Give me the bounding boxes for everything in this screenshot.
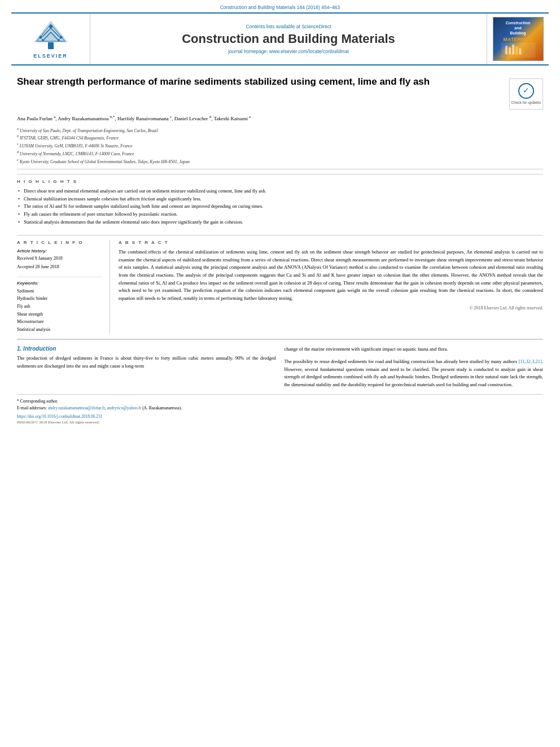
article-history: Article history: Received 9 January 2018… xyxy=(17,248,103,271)
svg-rect-17 xyxy=(515,47,518,55)
accepted-date: Accepted 28 June 2018 xyxy=(17,264,103,271)
journal-citation-bar: Construction and Building Materials 184 … xyxy=(0,0,560,12)
check-updates-label: Check for updates xyxy=(511,101,541,105)
keyword-4: Shear strength xyxy=(17,311,103,318)
check-updates-icon: ✓ xyxy=(518,83,534,99)
highlight-item-4: Fly ash causes the refinement of pore st… xyxy=(17,211,543,219)
article-title-section: Shear strength performance of marine sed… xyxy=(17,71,543,110)
elsevier-tree-icon xyxy=(28,20,73,51)
svg-point-10 xyxy=(42,39,44,41)
body-left-col: 1. Introduction The production of dredge… xyxy=(17,346,276,388)
body-section: 1. Introduction The production of dredge… xyxy=(17,339,543,388)
highlights-heading: H I G H L I G H T S xyxy=(17,179,543,184)
keyword-3: Fly ash xyxy=(17,303,103,311)
svg-rect-16 xyxy=(512,45,514,55)
highlights-list: Direct shear test and mineral elemental … xyxy=(17,187,543,226)
keyword-2: Hydraulic binder xyxy=(17,295,103,303)
ref-link[interactable]: [11,32,3,21] xyxy=(518,359,541,364)
issn-line: 0950-0618/© 2018 Elsevier Ltd. All right… xyxy=(17,420,543,425)
journal-homepage: journal homepage: www.elsevier.com/locat… xyxy=(228,49,349,54)
article-content: Shear strength performance of marine sed… xyxy=(17,65,543,430)
svg-rect-14 xyxy=(505,46,508,54)
highlights-section: H I G H L I G H T S Direct shear test an… xyxy=(17,174,543,230)
highlight-item-5: Statistical analysis demonstrates that t… xyxy=(17,219,543,226)
right-column: A B S T R A C T The combined effects of … xyxy=(119,240,543,333)
email-2-link[interactable]: andryrico@yahoo.fr xyxy=(107,405,141,410)
elsevier-label: ELSEVIER xyxy=(33,53,68,59)
keyword-5: Microstructure xyxy=(17,318,103,326)
highlight-item-2: Chemical stabilization increases sample … xyxy=(17,195,543,203)
check-for-updates-box: ✓ Check for updates xyxy=(509,78,543,110)
affiliation-e: e Kyoto University, Graduate School of G… xyxy=(17,157,543,165)
history-label: Article history: xyxy=(17,248,103,254)
journal-cover-box: Construction and Building MATERIALS xyxy=(487,14,549,64)
page: Construction and Building Materials 184 … xyxy=(0,0,560,747)
keywords-section: Keywords: Sediment Hydraulic binder Fly … xyxy=(17,277,103,334)
intro-left-text: The production of dredged sediments in F… xyxy=(17,355,276,370)
affiliation-c: c LUNAM University, GeM, UMR6183, F-4460… xyxy=(17,141,543,149)
intro-right-text-2: The possibility to reuse dredged sedimen… xyxy=(285,358,544,388)
journal-title-center: Contents lists available at ScienceDirec… xyxy=(90,14,487,64)
elsevier-logo-box: ELSEVIER xyxy=(11,14,90,64)
journal-citation: Construction and Building Materials 184 … xyxy=(220,5,340,10)
sciencedirect-link: Contents lists available at ScienceDirec… xyxy=(246,24,331,29)
svg-rect-15 xyxy=(509,47,511,54)
two-column-section: A R T I C L E I N F O Article history: R… xyxy=(17,235,543,333)
article-info-heading: A R T I C L E I N F O xyxy=(17,240,103,245)
highlight-item-3: The ratios of Al and Si for sediment sam… xyxy=(17,203,543,211)
svg-point-11 xyxy=(58,39,60,41)
svg-point-9 xyxy=(59,36,62,38)
svg-point-8 xyxy=(39,36,42,38)
highlight-item-1: Direct shear test and mineral elemental … xyxy=(17,187,543,195)
abstract-text: The combined effects of the chemical sta… xyxy=(119,248,543,302)
cover-title-text: Construction and Building xyxy=(506,20,531,36)
introduction-heading: 1. Introduction xyxy=(17,346,276,352)
journal-header: ELSEVIER Contents lists available at Sci… xyxy=(11,12,549,65)
affiliation-d: d University of Normandy, LM2C, UMR6143,… xyxy=(17,149,543,157)
article-title: Shear strength performance of marine sed… xyxy=(17,76,501,89)
journal-main-title: Construction and Building Materials xyxy=(182,32,395,46)
keyword-6: Statistical analysis xyxy=(17,326,103,334)
keyword-1: Sediment xyxy=(17,287,103,295)
affiliation-b: b IFSTTAR, GERS, GMG, F44344 CS4 Bouguen… xyxy=(17,133,543,141)
affiliation-a: a University of Sao Paulo, Dept. of Tran… xyxy=(17,126,543,134)
authors-line: Ana Paula Furlan a, Andry Razakamanantso… xyxy=(17,114,543,123)
doi-link[interactable]: https://doi.org/10.1016/j.conbuildmat.20… xyxy=(17,414,543,419)
footnotes-area: * Corresponding author. E-mail addresses… xyxy=(17,394,543,425)
cover-graphic-icon xyxy=(496,42,541,58)
copyright-line: © 2018 Elsevier Ltd. All rights reserved… xyxy=(119,305,543,311)
affiliations: a University of Sao Paulo, Dept. of Tran… xyxy=(17,126,543,170)
svg-rect-18 xyxy=(519,49,521,55)
email-label: E-mail addresses: xyxy=(17,405,47,410)
body-right-col: change of the marine environment with si… xyxy=(285,346,544,388)
email-1-link[interactable]: andry.razakamanantsoa@ifsttar.fr xyxy=(48,405,105,410)
email-suffix: (A. Razakamanantsoa). xyxy=(142,405,182,410)
intro-right-text-1: change of the marine environment with si… xyxy=(285,346,544,353)
abstract-heading: A B S T R A C T xyxy=(119,240,543,245)
keywords-label: Keywords: xyxy=(17,281,103,286)
email-note: E-mail addresses: andry.razakamanantsoa@… xyxy=(17,405,543,412)
cover-materials-text: MATERIALS xyxy=(504,37,533,42)
received-date: Received 9 January 2018 xyxy=(17,255,103,263)
journal-cover-image: Construction and Building MATERIALS xyxy=(493,17,544,61)
svg-point-7 xyxy=(49,25,53,28)
left-column: A R T I C L E I N F O Article history: R… xyxy=(17,240,110,333)
svg-rect-0 xyxy=(48,42,54,49)
corresponding-author-note: * Corresponding author. xyxy=(17,398,543,405)
